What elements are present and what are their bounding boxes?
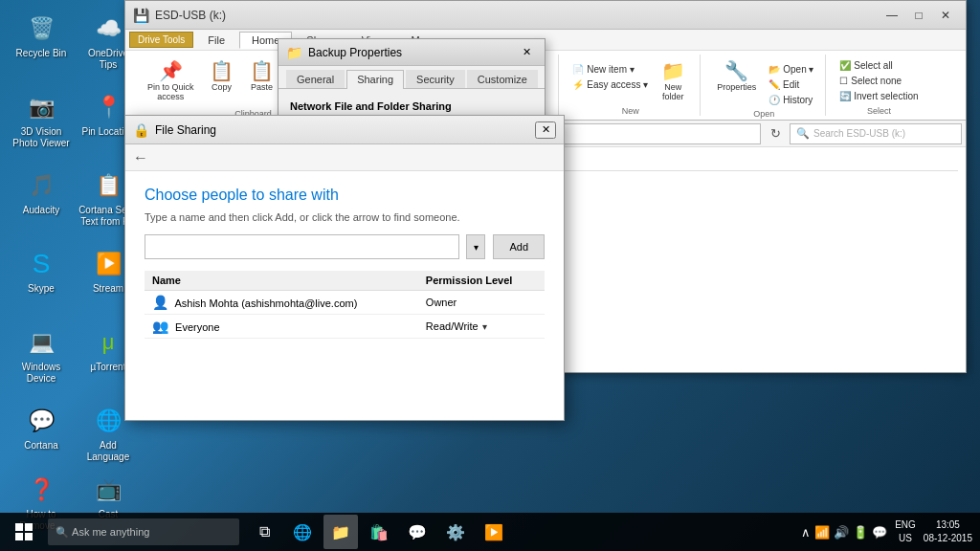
battery-icon[interactable]: 🔋 bbox=[853, 525, 868, 540]
open-buttons: 🔧 Properties 📂 Open ▾ ✏️ Edit bbox=[710, 55, 817, 107]
new-label: New bbox=[622, 106, 639, 116]
permission-column-header: Permission Level bbox=[418, 271, 545, 291]
history-button[interactable]: 🕐 History bbox=[765, 93, 817, 107]
taskbar-search-placeholder: Ask me anything bbox=[72, 526, 149, 538]
search-box[interactable]: 🔍 Search ESD-USB (k:) bbox=[790, 123, 962, 144]
backup-props-tab-sharing[interactable]: Sharing bbox=[346, 70, 404, 89]
select-none-button[interactable]: ☐ Select none bbox=[835, 74, 922, 88]
open-label: Open bbox=[753, 109, 774, 119]
taskbar-edge[interactable]: 🌐 bbox=[285, 515, 320, 549]
properties-button[interactable]: 🔧 Properties bbox=[710, 58, 763, 95]
file-sharing-input-row: ▾ Add bbox=[145, 234, 545, 259]
svg-rect-0 bbox=[15, 523, 23, 531]
svg-rect-1 bbox=[25, 523, 33, 531]
backup-props-tab-general[interactable]: General bbox=[286, 70, 345, 88]
how-to-remove-icon: ❓ bbox=[24, 473, 58, 507]
ashish-name: Ashish Mohta (ashishmohta@live.com) bbox=[174, 298, 357, 309]
everyone-icon: 👥 bbox=[152, 319, 168, 334]
desktop-icon-audacity[interactable]: 🎵 Audacity bbox=[8, 165, 75, 220]
ashish-permission: Owner bbox=[418, 291, 545, 315]
clock[interactable]: 13:05 08-12-2015 bbox=[924, 518, 972, 545]
add-button[interactable]: Add bbox=[493, 234, 545, 259]
name-column-header: Name bbox=[145, 271, 418, 291]
easy-access-button[interactable]: ⚡ Easy access ▾ bbox=[568, 77, 652, 92]
taskbar-store[interactable]: 🛍️ bbox=[362, 515, 396, 549]
recycle-bin-icon: 🗑️ bbox=[24, 11, 58, 46]
file-explorer-title: ESD-USB (k:) bbox=[155, 9, 880, 22]
sharing-table: Name Permission Level 👤 Ashish Mohta (as… bbox=[145, 271, 545, 339]
search-placeholder: Search ESD-USB (k:) bbox=[813, 128, 905, 139]
time-display: 13:05 bbox=[936, 519, 960, 530]
ribbon-tab-drive-tools[interactable]: Drive Tools bbox=[129, 32, 193, 48]
volume-icon[interactable]: 🔊 bbox=[834, 525, 849, 540]
language-indicator[interactable]: ENG US bbox=[895, 518, 916, 545]
edit-button[interactable]: ✏️ Edit bbox=[765, 77, 817, 92]
backup-props-close-button[interactable]: ✕ bbox=[516, 44, 537, 61]
ribbon-group-new: 📄 New item ▾ ⚡ Easy access ▾ 📁 Newfolder bbox=[561, 55, 701, 116]
taskbar-file-explorer[interactable]: 📁 bbox=[323, 515, 358, 549]
copy-icon: 📋 bbox=[210, 61, 234, 80]
taskbar: 🔍 Ask me anything ⧉ 🌐 📁 🛍️ 💬 ⚙️ ▶️ ∧ 📶 🔊… bbox=[0, 513, 980, 551]
pin-to-quick-access-button[interactable]: 📌 Pin to Quickaccess bbox=[141, 58, 201, 104]
new-item-icon: 📄 bbox=[572, 64, 584, 75]
maximize-button[interactable]: □ bbox=[906, 6, 931, 25]
ribbon-group-open: 🔧 Properties 📂 Open ▾ ✏️ Edit bbox=[702, 55, 826, 116]
chevron-up-icon[interactable]: ∧ bbox=[801, 525, 811, 540]
cast-icon: 📺 bbox=[91, 473, 125, 507]
file-sharing-titlebar: 🔒 File Sharing ✕ bbox=[125, 116, 564, 144]
desktop-icon-windows-dev[interactable]: 💻 Windows Device bbox=[8, 321, 75, 388]
table-row[interactable]: 👤 Ashish Mohta (ashishmohta@live.com) Ow… bbox=[145, 291, 545, 315]
windows-dev-icon: 💻 bbox=[24, 325, 58, 360]
backup-props-titlebar: 📁 Backup Properties ✕ bbox=[278, 39, 545, 66]
taskbar-search[interactable]: 🔍 Ask me anything bbox=[48, 518, 239, 545]
pin-icon: 📌 bbox=[159, 61, 183, 80]
file-sharing-nav: ← bbox=[125, 144, 564, 171]
dropdown-arrow-button[interactable]: ▾ bbox=[466, 234, 485, 259]
ribbon-group-select: ✅ Select all ☐ Select none 🔄 Invert sele… bbox=[828, 55, 929, 116]
refresh-button[interactable]: ↻ bbox=[765, 123, 786, 144]
history-icon: 🕐 bbox=[768, 95, 780, 105]
start-button[interactable] bbox=[0, 513, 48, 551]
everyone-name: Everyone bbox=[175, 321, 219, 333]
taskbar-icons: ⧉ 🌐 📁 🛍️ 💬 ⚙️ ▶️ bbox=[247, 515, 511, 549]
pin-location-icon: 📍 bbox=[91, 90, 125, 124]
select-all-button[interactable]: ✅ Select all bbox=[835, 58, 922, 73]
taskbar-task-view[interactable]: ⧉ bbox=[247, 515, 281, 549]
invert-selection-button[interactable]: 🔄 Invert selection bbox=[835, 89, 922, 103]
3dvision-icon: 📷 bbox=[24, 90, 58, 124]
backup-props-tab-customize[interactable]: Customize bbox=[467, 70, 538, 88]
paste-button[interactable]: 📋 Paste bbox=[243, 58, 281, 95]
new-buttons: 📄 New item ▾ ⚡ Easy access ▾ 📁 Newfolder bbox=[568, 55, 692, 104]
backup-props-tab-security[interactable]: Security bbox=[406, 70, 465, 88]
audacity-icon: 🎵 bbox=[24, 168, 58, 203]
ribbon-tab-file[interactable]: File bbox=[195, 32, 237, 49]
stream-icon: ▶️ bbox=[91, 247, 125, 281]
open-button[interactable]: 📂 Open ▾ bbox=[765, 62, 817, 77]
taskbar-skype[interactable]: 💬 bbox=[400, 515, 434, 549]
notification-icon[interactable]: 💬 bbox=[872, 525, 887, 540]
desktop-icon-skype[interactable]: S Skype bbox=[8, 243, 75, 298]
new-folder-icon: 📁 bbox=[661, 61, 685, 80]
new-folder-button[interactable]: 📁 Newfolder bbox=[654, 58, 692, 104]
onedrive-icon: ☁️ bbox=[91, 11, 125, 46]
file-sharing-back-button[interactable]: ← bbox=[133, 149, 148, 166]
table-row[interactable]: 👥 Everyone Read/Write ▾ bbox=[145, 315, 545, 339]
minimize-button[interactable]: — bbox=[880, 6, 904, 25]
file-sharing-close-button[interactable]: ✕ bbox=[535, 121, 556, 139]
copy-button[interactable]: 📋 Copy bbox=[203, 58, 241, 95]
people-input[interactable] bbox=[145, 234, 459, 259]
file-sharing-description: Type a name and then click Add, or click… bbox=[145, 211, 545, 223]
taskbar-settings[interactable]: ⚙️ bbox=[438, 515, 473, 549]
permission-dropdown[interactable]: ▾ bbox=[482, 321, 487, 332]
network-icon[interactable]: 📶 bbox=[814, 525, 830, 540]
desktop-icon-recycle-bin[interactable]: 🗑️ Recycle Bin bbox=[8, 8, 75, 63]
ribbon-tabs: Drive Tools File Home Share View Manage bbox=[125, 30, 966, 51]
file-sharing-title-icon: 🔒 bbox=[133, 122, 149, 138]
easy-access-icon: ⚡ bbox=[572, 79, 584, 90]
select-label: Select bbox=[867, 106, 891, 116]
desktop-icon-cortana[interactable]: 💬 Cortana bbox=[8, 400, 75, 455]
taskbar-media[interactable]: ▶️ bbox=[477, 515, 511, 549]
close-button[interactable]: ✕ bbox=[933, 6, 958, 25]
desktop-icon-3dvision[interactable]: 📷 3D Vision Photo Viewer bbox=[8, 86, 75, 153]
new-item-button[interactable]: 📄 New item ▾ bbox=[568, 62, 652, 77]
